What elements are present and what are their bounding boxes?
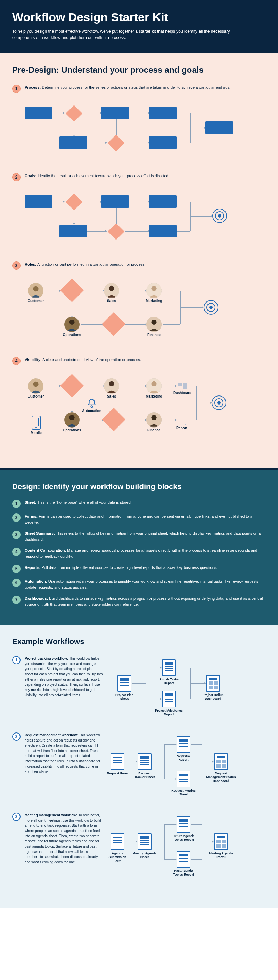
flow-arrow (121, 291, 145, 291)
flow-arrow (163, 386, 175, 387)
step-text: Forms: Forms can be used to collect data… (25, 514, 266, 525)
flow-box (149, 137, 177, 149)
flow-box (59, 225, 87, 237)
flow-arrow (125, 231, 148, 232)
role-label: Marketing (143, 395, 165, 398)
page-subtitle: To help you design the most effective wo… (12, 28, 238, 41)
section-examples: Example Workflows 1 Project tracking wor… (0, 625, 278, 908)
flow-arrow (196, 403, 210, 403)
role-label: Sales (100, 395, 123, 398)
flow-arrow (202, 842, 212, 842)
flow-line (177, 668, 190, 668)
step-text: Automation: Use automation within your p… (25, 579, 266, 590)
flow-arrow (74, 210, 74, 223)
doc-label: Request Management Status Dashboard (206, 772, 236, 783)
flow-arrow (121, 386, 145, 387)
svg-point-17 (69, 415, 74, 420)
predesign-item-process: 1 Process: Determine your process, or th… (12, 84, 266, 93)
example-request-mgmt: 2 Request management workflow: This work… (12, 732, 266, 799)
flow-arrow (146, 668, 160, 668)
report-icon (177, 816, 190, 833)
flow-box (149, 107, 177, 119)
target-icon (204, 300, 218, 315)
svg-point-7 (69, 320, 74, 325)
predesign-title: Pre-Design: Understand your process and … (12, 65, 266, 75)
flow-arrow (190, 683, 204, 684)
flow-arrow (81, 420, 102, 420)
flow-line (152, 762, 164, 762)
flow-arrow (180, 307, 202, 308)
flow-arrow (125, 762, 136, 762)
flow-decision (102, 312, 125, 336)
design-title: Design: Identify your workflow building … (12, 482, 266, 491)
design-item: 7Dashboards: Build dashboards to surface… (12, 596, 266, 607)
flow-arrow (72, 302, 72, 316)
step-number: 6 (12, 579, 21, 587)
role-label: Mobile (27, 431, 46, 435)
example-project-tracking: 1 Project tracking workflow: This workfl… (12, 656, 266, 719)
step-text: Process: Determine your process, or the … (25, 84, 266, 91)
section-design: Design: Identify your workflow building … (0, 468, 278, 625)
flow-line (164, 824, 165, 859)
process-flowchart (25, 103, 266, 162)
avatar-marketing (146, 379, 161, 394)
predesign-item-visibility: 4 Visibility: A clear and unobstructed v… (12, 357, 266, 365)
report-icon (177, 851, 190, 867)
flow-decision (60, 374, 84, 398)
flow-arrow (87, 231, 105, 232)
example-flowchart: Agenda Submission Form Meeting Agenda Sh… (107, 813, 266, 882)
flow-line (191, 824, 202, 825)
step-number: 2 (12, 514, 21, 522)
role-label: Customer (25, 395, 47, 398)
step-text: Sheet Summary: This refers to the rollup… (25, 531, 266, 542)
flow-arrow (190, 128, 204, 128)
doc-label: Past Agenda Topics Report (169, 869, 198, 877)
visibility-flowchart: Customer Sales Marketing Dashboard Mobil… (25, 375, 266, 445)
flow-arrow (163, 420, 175, 420)
flow-arrow (164, 779, 175, 780)
doc-label: Requests Report (171, 754, 196, 762)
example-text: Project tracking workflow: This workflow… (25, 656, 103, 719)
svg-point-1 (33, 286, 38, 291)
flow-arrow (52, 202, 63, 202)
svg-point-13 (109, 381, 114, 387)
report-icon (178, 415, 186, 425)
design-item: 2Forms: Forms can be used to collect dat… (12, 514, 266, 525)
flow-line (190, 386, 196, 387)
flow-box (25, 195, 52, 208)
avatar-marketing (146, 283, 161, 298)
doc-label: Meeting Agenda Portal (208, 851, 234, 859)
step-text: Reports: Pull data from multiple differe… (25, 565, 266, 571)
step-number: 3 (12, 261, 21, 270)
step-number: 1 (12, 656, 21, 664)
step-number: 1 (12, 500, 21, 508)
report-icon (162, 691, 176, 707)
dashboard-icon (177, 382, 188, 390)
step-text: Visibility: A clear and unobstructed vie… (25, 357, 266, 363)
flow-line (191, 859, 202, 859)
flow-arrow (84, 113, 100, 113)
flow-decision (108, 135, 125, 151)
page-title: Workflow Design Starter Kit (12, 10, 266, 24)
automation-icon (87, 398, 97, 410)
design-item: 1Sheet: This is the "home base" where al… (12, 500, 266, 508)
example-flowchart: Request Form Request Tracker Sheet Reque… (107, 732, 266, 799)
flow-line (36, 399, 36, 414)
report-icon (177, 736, 190, 752)
step-number: 2 (12, 732, 21, 741)
flow-box (101, 195, 129, 208)
role-label: Finance (143, 333, 165, 337)
flow-line (146, 668, 146, 699)
flow-line (191, 779, 202, 780)
avatar-finance (146, 317, 161, 332)
doc-label: Agenda Submission Form (105, 851, 130, 863)
flow-box (59, 137, 87, 149)
doc-label: Request Tracker Sheet (133, 772, 157, 779)
flow-line (164, 744, 165, 779)
svg-point-18 (91, 406, 93, 407)
avatar-operations (64, 412, 80, 428)
flow-line (152, 842, 164, 842)
avatar-finance (146, 412, 161, 428)
design-item: 5Reports: Pull data from multiple differ… (12, 565, 266, 573)
doc-label: Project Milestones Report (152, 709, 186, 716)
